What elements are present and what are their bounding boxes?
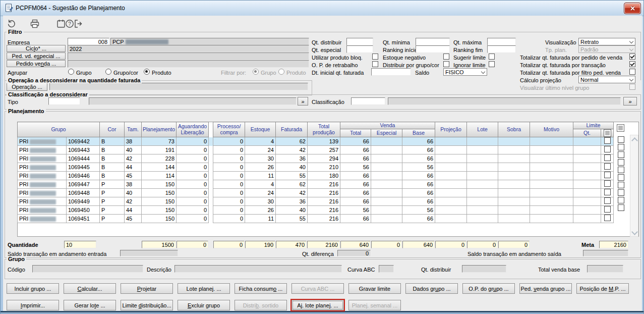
operacao-button[interactable]: Operação ... — [7, 83, 47, 91]
table-cell[interactable] — [371, 146, 402, 154]
limite-distribuicao-button[interactable]: Limite distribuição... — [121, 300, 173, 310]
row-flag-checkbox[interactable] — [618, 151, 624, 158]
table-cell[interactable] — [498, 206, 530, 215]
table-cell[interactable]: 0 — [213, 146, 245, 154]
qt-distribuir-field[interactable] — [346, 38, 373, 45]
table-cell[interactable]: 56 — [402, 206, 435, 215]
table-cell[interactable]: 0 — [177, 172, 209, 180]
table-row[interactable]: PRI1069446B451140011551806666 — [18, 172, 614, 180]
table-cell[interactable]: 191 — [142, 146, 177, 154]
saldo-dropdown[interactable]: FISICO — [443, 68, 487, 76]
empresa-name-field[interactable]: PCP — [110, 38, 309, 45]
op-do-grupo-button[interactable]: O.P. do grupo ... — [462, 283, 515, 294]
table-cell[interactable]: 44 — [125, 206, 142, 215]
table-cell[interactable]: 66 — [402, 197, 435, 206]
table-cell[interactable] — [498, 163, 530, 172]
table-cell[interactable]: 55 — [276, 215, 308, 223]
row-select-checkbox[interactable] — [604, 206, 611, 213]
row-flag-checkbox[interactable] — [618, 144, 624, 150]
table-cell[interactable]: 0 — [213, 206, 245, 215]
table-cell[interactable] — [498, 197, 530, 206]
operacao-field[interactable] — [49, 83, 308, 90]
table-cell[interactable]: 42 — [125, 197, 142, 206]
table-cell[interactable]: 56 — [340, 163, 371, 172]
total-estoque-field[interactable]: 190 — [245, 241, 275, 248]
table-cell[interactable]: 0 — [177, 154, 209, 163]
agrupar-grupocor-radio[interactable] — [105, 69, 111, 75]
table-cell[interactable]: 0 — [177, 197, 209, 206]
total-total-producao-field[interactable]: 2160 — [307, 241, 340, 248]
row-flag-checkbox[interactable] — [618, 174, 624, 181]
table-cell[interactable] — [435, 154, 467, 163]
table-row[interactable]: PRI1069448P401500024422166666 — [18, 189, 614, 197]
table-cell[interactable]: 150 — [142, 215, 177, 223]
table-cell[interactable]: B — [100, 146, 125, 154]
table-cell[interactable] — [530, 189, 573, 197]
table-cell[interactable]: 150 — [142, 206, 177, 215]
table-cell[interactable]: 0 — [213, 215, 245, 223]
table-cell[interactable]: 30 — [245, 197, 276, 206]
row-select-checkbox[interactable] — [604, 172, 611, 178]
table-cell[interactable] — [467, 215, 498, 223]
table-cell[interactable]: 150 — [142, 189, 177, 197]
table-cell[interactable] — [435, 215, 467, 223]
table-cell[interactable]: 4 — [245, 180, 276, 189]
table-row[interactable]: PRI1069449P421500030362166666 — [18, 197, 614, 206]
table-cell[interactable]: 216 — [308, 206, 340, 215]
pedido-venda-field[interactable] — [68, 60, 309, 68]
table-cell[interactable]: 1069449 — [67, 197, 100, 206]
calcular-button[interactable]: Calcular... — [64, 283, 116, 294]
table-cell[interactable]: 38 — [125, 137, 142, 146]
table-cell[interactable] — [530, 215, 573, 223]
table-cell[interactable]: 42 — [276, 146, 308, 154]
close-button[interactable] — [624, 3, 641, 14]
table-cell[interactable] — [467, 137, 498, 146]
table-cell[interactable]: 0 — [177, 146, 209, 154]
table-cell[interactable] — [435, 163, 467, 172]
gravar-limite-button[interactable]: Gravar limite — [348, 283, 401, 294]
table-cell[interactable] — [467, 197, 498, 206]
imprimir-button[interactable]: Imprimir... — [7, 300, 59, 310]
table-cell[interactable]: 1069445 — [67, 163, 100, 172]
table-cell[interactable] — [498, 180, 530, 189]
table-cell[interactable]: 228 — [142, 154, 177, 163]
table-cell[interactable]: 66 — [402, 137, 435, 146]
table-cell[interactable]: PRI — [18, 215, 67, 223]
ciclo-field[interactable]: 2022 — [68, 45, 309, 53]
total-projecao-field[interactable]: 0 — [435, 241, 466, 248]
table-cell[interactable]: 24 — [245, 146, 276, 154]
sugerir-limite-checkbox[interactable] — [489, 54, 495, 60]
table-cell[interactable]: 114 — [142, 172, 177, 180]
projetar-button[interactable]: Projetar — [121, 283, 173, 294]
undo-icon[interactable] — [7, 19, 17, 29]
table-cell[interactable]: PRI — [18, 172, 67, 180]
vertical-scrollbar[interactable] — [630, 135, 638, 237]
table-cell[interactable]: PRI — [18, 189, 67, 197]
total-venda-base-field[interactable]: 640 — [402, 241, 435, 248]
table-cell[interactable]: PRI — [18, 197, 67, 206]
total-lote-field[interactable]: 0 — [467, 241, 498, 248]
distrib-sortido-button[interactable]: Distrib. sortido — [235, 300, 287, 310]
table-cell[interactable] — [435, 189, 467, 197]
table-cell[interactable]: B — [100, 137, 125, 146]
table-row[interactable]: PRI1069450P441500026402165656 — [18, 206, 614, 215]
table-cell[interactable]: 45 — [125, 172, 142, 180]
table-cell[interactable]: 66 — [340, 172, 371, 180]
table-cell[interactable]: P — [100, 206, 125, 215]
curva-abc-field[interactable] — [379, 265, 394, 273]
table-row[interactable]: PRI1069444B422280030362946666 — [18, 154, 614, 163]
table-cell[interactable]: 66 — [402, 189, 435, 197]
total-aguardando-field[interactable]: 0 — [177, 241, 208, 248]
ped-vd-especial-button[interactable]: Ped. vd. especial ... — [7, 53, 66, 60]
distribuir-grupo-cor-checkbox[interactable] — [443, 61, 449, 67]
table-cell[interactable] — [498, 172, 530, 180]
table-cell[interactable]: 1069446 — [67, 172, 100, 180]
dados-grupo-button[interactable]: Dados grupo ... — [405, 283, 458, 294]
table-cell[interactable]: 56 — [402, 163, 435, 172]
table-cell[interactable]: 26 — [245, 206, 276, 215]
gerar-lote-button[interactable]: Gerar lote ... — [64, 300, 116, 310]
table-cell[interactable]: 11 — [245, 215, 276, 223]
table-cell[interactable]: 4 — [245, 137, 276, 146]
exit-icon[interactable] — [73, 19, 83, 29]
table-cell[interactable] — [498, 189, 530, 197]
